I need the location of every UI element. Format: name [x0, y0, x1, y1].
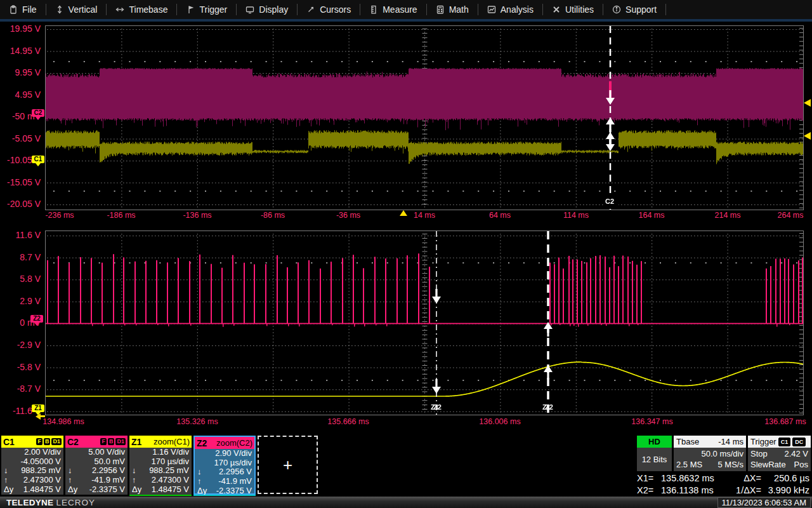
- descriptor-c2[interactable]: C2FBD15.00 V/div50.0 mV↓2.2956 V↑-41.9 m…: [65, 436, 128, 495]
- menu-item-timebase[interactable]: Timebase: [107, 0, 176, 19]
- timebase-icon: [115, 5, 124, 14]
- hd-label: HD: [637, 436, 672, 448]
- datetime: 11/13/2023 6:06:53 AM: [717, 497, 811, 508]
- x2-value: 136.1138 ms: [661, 485, 732, 497]
- menu-item-label: Utilities: [565, 4, 594, 15]
- zoom-source-label: zoom(C2): [216, 438, 252, 448]
- menu-bar: FileVerticalTimebaseTriggerDisplayCursor…: [0, 0, 812, 22]
- descriptor-row: 1.16 V/div: [129, 448, 192, 457]
- descriptor-row: Δy1.48475 V: [129, 485, 192, 495]
- channel-flag-badge: D1: [51, 438, 62, 445]
- descriptor-row: ↓988.25 mV: [1, 466, 63, 476]
- menu-item-file[interactable]: File: [0, 0, 46, 19]
- descriptor-row: ↓2.2956 V: [65, 466, 128, 476]
- menu-separator: [665, 4, 666, 15]
- trigger-delay-icon: [36, 413, 41, 420]
- menu-item-utilities[interactable]: Utilities: [543, 0, 603, 19]
- channel-id: Z2: [197, 438, 207, 448]
- descriptor-row: ↑-41.9 mV: [195, 477, 254, 486]
- y-axis-label: -8.7 V: [0, 384, 41, 394]
- zoom-waveform-canvas[interactable]: [46, 231, 803, 415]
- descriptor-row: 170 µs/div: [195, 458, 254, 468]
- c2-zero-marker[interactable]: C2: [32, 109, 44, 117]
- descriptor-header[interactable]: Z2zoom(C2): [195, 437, 254, 449]
- x-axis-label: -86 ms: [261, 211, 285, 220]
- c1-zero-marker[interactable]: C1: [32, 156, 44, 163]
- menu-item-label: File: [22, 4, 37, 15]
- x-axis-label: 114 ms: [563, 211, 589, 220]
- trigger-position-icon[interactable]: [400, 210, 407, 216]
- trigger-mode: Stop: [750, 448, 768, 459]
- descriptor-header[interactable]: Z1zoom(C1): [129, 436, 192, 448]
- trigger-box[interactable]: Trigger C1 DC Stop 2.42 V SlewRate Pos: [748, 436, 811, 471]
- x-axis-label: -136 ms: [183, 211, 211, 220]
- menu-item-display[interactable]: Display: [237, 0, 297, 19]
- x1-value: 135.8632 ms: [661, 472, 732, 485]
- cursor-readout: X1= 135.8632 ms ΔX= 250.6 µs X2= 136.113…: [637, 472, 812, 496]
- channel-flag-badge: B: [44, 438, 51, 445]
- zoom-source-label: zoom(C1): [154, 437, 190, 446]
- x-axis-label: -36 ms: [336, 211, 360, 220]
- descriptor-row: 2.00 V/div: [1, 448, 63, 457]
- menu-item-label: Math: [449, 4, 469, 15]
- descriptor-z1[interactable]: Z1zoom(C1)1.16 V/div170 µs/div↓988.25 mV…: [129, 436, 192, 495]
- dx-value: 250.6 µs: [766, 472, 812, 485]
- menu-item-vertical[interactable]: Vertical: [46, 0, 107, 19]
- menu-item-cursors[interactable]: Cursors: [298, 0, 360, 19]
- descriptor-row: ↑2.47300 V: [129, 476, 192, 485]
- offscreen-marker-icon: [804, 132, 811, 140]
- descriptor-row: -4.05000 V: [1, 457, 63, 467]
- descriptor-row: 170 µs/div: [129, 457, 192, 467]
- trigger-source-badge: C1: [778, 438, 791, 446]
- menu-item-trigger[interactable]: Trigger: [177, 0, 236, 19]
- descriptor-row: Δy1.48475 V: [1, 485, 63, 495]
- menu-item-label: Measure: [383, 4, 417, 15]
- tbase-samples: 2.5 MS: [676, 459, 702, 470]
- measure-icon: [369, 5, 378, 14]
- descriptor-c1[interactable]: C1FBD12.00 V/div-4.05000 V↓988.25 mV↑2.4…: [1, 436, 63, 495]
- z1-zero-marker[interactable]: Z1: [32, 404, 44, 412]
- menu-item-analysis[interactable]: Analysis: [478, 0, 542, 19]
- tbase-offset: -14 ms: [718, 437, 743, 446]
- descriptor-header[interactable]: C1FBD1: [1, 436, 63, 448]
- tbase-rate: 5 MS/s: [718, 459, 743, 470]
- descriptor-z2[interactable]: Z2zoom(C2)2.90 V/div170 µs/div↓2.2956 V↑…: [193, 436, 256, 495]
- x-axis-label: -236 ms: [45, 211, 74, 220]
- menu-item-label: Cursors: [320, 4, 351, 15]
- z2-zero-marker[interactable]: Z2: [30, 315, 43, 323]
- x2-label: X2=: [637, 485, 661, 497]
- y-axis-label: -20.05 V: [0, 199, 41, 210]
- x-axis-label: 264 ms: [778, 211, 804, 220]
- invdx-label: 1/ΔX=: [732, 485, 766, 497]
- channel-flag-badge: F: [100, 438, 107, 445]
- channel-id: Z1: [131, 437, 141, 447]
- menu-item-math[interactable]: Math: [427, 0, 478, 19]
- acquisition-hd-box[interactable]: HD 12 Bits: [637, 436, 672, 471]
- y-axis-label: -2.9 V: [0, 340, 41, 351]
- support-icon: [612, 5, 621, 14]
- x-axis-label: 214 ms: [715, 211, 741, 220]
- x1-label: X1=: [637, 472, 661, 485]
- menu-item-support[interactable]: Support: [603, 0, 665, 19]
- y-axis-label: 14.95 V: [0, 46, 41, 57]
- dx-label: ΔX=: [732, 472, 766, 485]
- timebase-box[interactable]: Tbase -14 ms 50.0 ms/div 2.5 MS 5 MS/s: [674, 436, 746, 471]
- utilities-icon: [552, 5, 561, 14]
- vertical-icon: [55, 5, 64, 14]
- add-trace-button[interactable]: +: [258, 436, 318, 494]
- tbase-scale: 50.0 ms/div: [702, 448, 743, 459]
- descriptor-row: Δy-2.3375 V: [65, 485, 128, 495]
- trigger-level: 2.42 V: [784, 448, 808, 459]
- file-icon: [9, 5, 18, 14]
- y-axis-label: -5.8 V: [0, 362, 41, 373]
- y-axis-label: -15.05 V: [0, 177, 41, 188]
- menu-item-label: Timebase: [129, 4, 167, 15]
- descriptor-row: ↑2.47300 V: [1, 476, 63, 485]
- main-waveform-canvas[interactable]: [46, 26, 803, 210]
- y-axis-label: 8.7 V: [0, 252, 41, 263]
- y-axis-label: 11.6 V: [0, 230, 41, 241]
- y-axis-label: -5.05 V: [0, 133, 41, 144]
- menu-item-measure[interactable]: Measure: [360, 0, 426, 19]
- x-axis-label: 64 ms: [489, 211, 511, 220]
- descriptor-header[interactable]: C2FBD1: [65, 436, 128, 448]
